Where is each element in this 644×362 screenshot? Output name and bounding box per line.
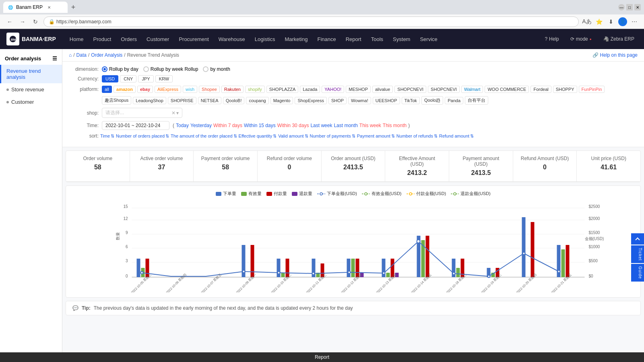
platform-funpinpin[interactable]: FunPinPin — [579, 86, 605, 93]
shop-clear-icon[interactable]: ✕ — [171, 110, 175, 116]
platform-private[interactable]: 自有平台 — [465, 96, 488, 105]
by-month-radio[interactable] — [203, 66, 208, 72]
platform-all[interactable]: all — [102, 86, 112, 93]
platform-wowma[interactable]: Wowma! — [348, 97, 371, 104]
by-month-option[interactable]: by month — [203, 66, 230, 72]
sidebar-item-revenue[interactable]: Revenue trend analysis — [0, 65, 62, 83]
shortcut-yesterday[interactable]: Yesterday — [190, 123, 212, 128]
platform-walmart[interactable]: Walmart — [461, 86, 483, 93]
restore-button[interactable]: □ — [626, 4, 633, 10]
shortcut-7days[interactable]: Within 7 days — [213, 123, 242, 128]
sort-refund-amount[interactable]: Refund amount ⇅ — [439, 134, 474, 139]
platform-shopexpress[interactable]: ShopExpress — [295, 97, 326, 104]
shortcut-today[interactable]: Today — [176, 123, 189, 128]
bookmark-icon[interactable]: ⭐ — [594, 17, 604, 27]
settings-icon[interactable]: ⋯ — [630, 17, 639, 27]
platform-leadong[interactable]: LeadongShop — [133, 97, 166, 104]
platform-shoplazza[interactable]: SHOPLAZZA — [266, 86, 298, 93]
mode-button[interactable]: ⟳ mode ● — [567, 35, 595, 43]
rollup-by-day-radio[interactable] — [102, 66, 107, 72]
nav-system[interactable]: System — [389, 34, 414, 45]
platform-qoolo2[interactable]: Qoolo趋 — [421, 96, 443, 105]
platform-coupang[interactable]: coupang — [246, 97, 268, 104]
currency-krw[interactable]: KRW — [155, 75, 173, 82]
sort-refunds[interactable]: Number of refunds ⇅ — [396, 134, 438, 139]
platform-shopee[interactable]: Shopee — [199, 86, 220, 93]
url-bar[interactable]: 🔒 https://erp.banmaerp.com — [43, 16, 579, 27]
sidebar-menu-icon[interactable]: ☰ — [52, 56, 57, 62]
sort-orders[interactable]: Number of orders placed ⇅ — [116, 134, 169, 139]
new-tab-button[interactable]: + — [68, 2, 79, 13]
breadcrumb-data[interactable]: Data — [76, 52, 87, 58]
nav-home[interactable]: Home — [66, 34, 88, 45]
minimize-button[interactable]: — — [618, 4, 625, 10]
refresh-button[interactable]: ↻ — [31, 17, 40, 27]
sort-payment-amount[interactable]: Payment amount ⇅ — [357, 134, 395, 139]
shortcut-last-month[interactable]: Last month — [334, 123, 357, 128]
rollup-by-week-option[interactable]: Rollup by week Rollup — [143, 66, 198, 72]
platform-rakuten[interactable]: Rakuten — [221, 86, 244, 93]
platform-meshop[interactable]: MESHOP — [346, 86, 371, 93]
platform-panda[interactable]: Panda — [445, 97, 463, 104]
platform-shopify[interactable]: shopify — [245, 86, 265, 93]
sort-valid-amount[interactable]: Valid amount ⇅ — [278, 134, 308, 139]
platform-aliexpress[interactable]: AliExpress — [155, 86, 181, 93]
nav-orders[interactable]: Orders — [117, 34, 141, 45]
close-button[interactable]: ✕ — [634, 4, 641, 10]
nav-finance[interactable]: Finance — [313, 34, 340, 45]
platform-fordeal[interactable]: Fordeal — [530, 86, 551, 93]
platform-shop[interactable]: SHOP — [328, 97, 347, 104]
platform-shoppy[interactable]: SHOPPY — [553, 86, 577, 93]
shortcut-this-week[interactable]: This week — [359, 123, 381, 128]
nav-tools[interactable]: Tools — [367, 34, 387, 45]
nav-report[interactable]: Report — [342, 34, 365, 45]
platform-wish[interactable]: wish — [183, 86, 197, 93]
shortcut-30days[interactable]: Within 30 days — [277, 123, 309, 128]
currency-cny[interactable]: CNY — [120, 75, 136, 82]
rollup-by-day-option[interactable]: Rollup by day — [102, 66, 138, 72]
download-icon[interactable]: ⬇ — [606, 17, 616, 27]
nav-customer[interactable]: Customer — [142, 34, 173, 45]
platform-ueeshop[interactable]: UEESHOP — [373, 97, 400, 104]
profile-icon[interactable]: 👤 — [618, 17, 627, 26]
currency-jpy[interactable]: JPY — [138, 75, 153, 82]
nav-logistics[interactable]: Logistics — [251, 34, 279, 45]
back-button[interactable]: ← — [5, 17, 14, 27]
active-tab[interactable]: 🌐 Banam ERP ✕ — [3, 2, 68, 13]
platform-qoolo[interactable]: QooloB! — [223, 97, 245, 104]
sort-effective-qty[interactable]: Effective quantity ⇅ — [239, 134, 277, 139]
nav-procurement[interactable]: Procurement — [175, 34, 213, 45]
help-link[interactable]: 🔗 Help on this page — [592, 52, 638, 58]
platform-shopcnevi2[interactable]: SHOPCNEVI — [428, 86, 460, 93]
platform-amazon[interactable]: amazon — [114, 86, 136, 93]
shortcut-15days[interactable]: Within 15 days — [244, 123, 276, 128]
platform-alivalue[interactable]: alivalue — [372, 86, 393, 93]
platform-shopus[interactable]: 趣店Shopus — [102, 96, 131, 105]
tab-close-button[interactable]: ✕ — [46, 4, 52, 10]
currency-usd[interactable]: USD — [102, 75, 118, 82]
guide-button[interactable]: Guide — [631, 264, 644, 282]
platform-lazada[interactable]: Lazada — [300, 86, 320, 93]
shortcut-this-month[interactable]: This month — [383, 123, 407, 128]
time-input[interactable] — [102, 121, 169, 130]
nav-warehouse[interactable]: Warehouse — [215, 34, 249, 45]
user-button[interactable]: 🦓 Zebra ERP — [600, 35, 638, 43]
ticket-button[interactable]: Ticket — [631, 245, 644, 263]
sort-amount[interactable]: The amount of the order placed ⇅ — [171, 134, 237, 139]
scroll-up-button[interactable] — [631, 233, 644, 245]
platform-yahoo[interactable]: YAHOO! — [322, 86, 344, 93]
breadcrumb-order-analysis[interactable]: Order Analysis — [91, 52, 122, 58]
sort-time[interactable]: Time ⇅ — [100, 134, 114, 139]
shortcut-last-week[interactable]: Last week — [310, 123, 332, 128]
platform-netsea[interactable]: NETSEA — [198, 97, 221, 104]
platform-woocommerce[interactable]: WOO COMMERCE — [485, 86, 529, 93]
nav-product[interactable]: Product — [89, 34, 115, 45]
platform-tiktok[interactable]: TikTok — [402, 97, 420, 104]
platform-shoprise[interactable]: SHOPRISE — [168, 97, 196, 104]
forward-button[interactable]: → — [18, 17, 27, 27]
platform-magento[interactable]: Magento — [270, 97, 293, 104]
breadcrumb-home-icon[interactable]: ⌂ — [69, 52, 72, 58]
shop-select[interactable]: 请选择... ✕ ▾ — [102, 108, 182, 118]
platform-shopcnevi1[interactable]: SHOPCNEVI — [394, 86, 426, 93]
nav-marketing[interactable]: Marketing — [281, 34, 312, 45]
